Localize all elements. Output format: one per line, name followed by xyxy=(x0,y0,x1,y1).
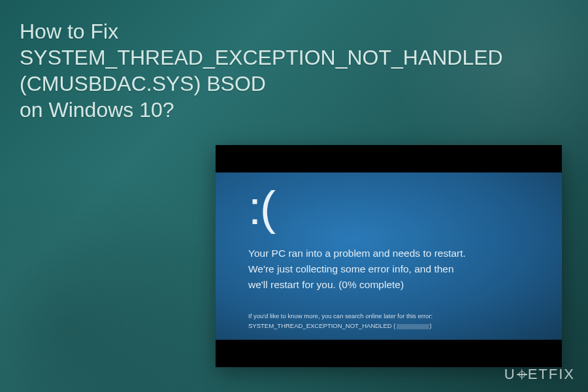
bsod-details-line-2: SYSTEM_THREAD_EXCEPTION_NOT_HANDLED () xyxy=(248,321,536,331)
title-line-4: on Windows 10? xyxy=(20,97,503,123)
watermark-u: U xyxy=(504,366,516,382)
bsod-details-line-1: If you'd like to know more, you can sear… xyxy=(248,311,536,321)
title-line-2: SYSTEM_THREAD_EXCEPTION_NOT_HANDLED xyxy=(20,44,503,71)
bsod-error-close-paren: ) xyxy=(429,322,431,329)
watermark-logo: UETFIX xyxy=(504,366,575,383)
watermark-text: ETFIX xyxy=(528,366,575,382)
bsod-error-code: SYSTEM_THREAD_EXCEPTION_NOT_HANDLED xyxy=(248,322,392,329)
bsod-details: If you'd like to know more, you can sear… xyxy=(248,311,536,331)
bsod-message: Your PC ran into a problem and needs to … xyxy=(248,246,536,293)
sad-face-icon: :( xyxy=(248,184,536,231)
bsod-message-line-2: We're just collecting some error info, a… xyxy=(248,261,536,277)
title-line-1: How to Fix xyxy=(20,18,503,44)
bsod-message-line-1: Your PC ran into a problem and needs to … xyxy=(248,246,536,261)
letterbox-bottom xyxy=(216,340,562,367)
bsod-error-parameter xyxy=(397,324,429,329)
title-line-3: (CMUSBDAC.SYS) BSOD xyxy=(20,71,503,97)
bsod-bluescreen: :( Your PC ran into a problem and needs … xyxy=(216,172,562,340)
bsod-message-line-3: we'll restart for you. (0% complete) xyxy=(248,277,536,293)
letterbox-top xyxy=(216,145,562,172)
bsod-screenshot: :( Your PC ran into a problem and needs … xyxy=(216,145,562,367)
bsod-error-open-paren: ( xyxy=(393,322,395,329)
crosshair-icon xyxy=(515,368,529,381)
page-title: How to Fix SYSTEM_THREAD_EXCEPTION_NOT_H… xyxy=(20,18,503,123)
